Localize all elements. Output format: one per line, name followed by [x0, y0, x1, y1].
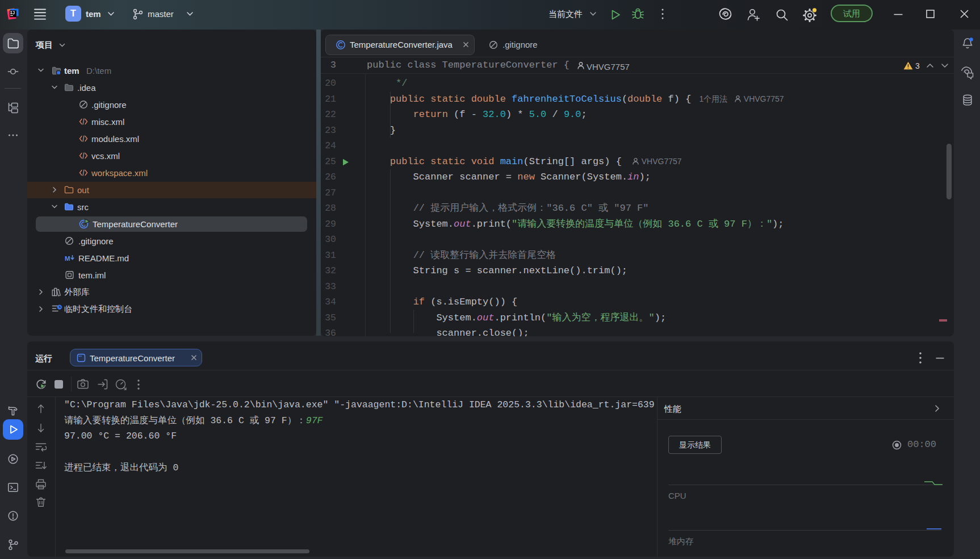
svg-text:M: M [65, 255, 70, 262]
